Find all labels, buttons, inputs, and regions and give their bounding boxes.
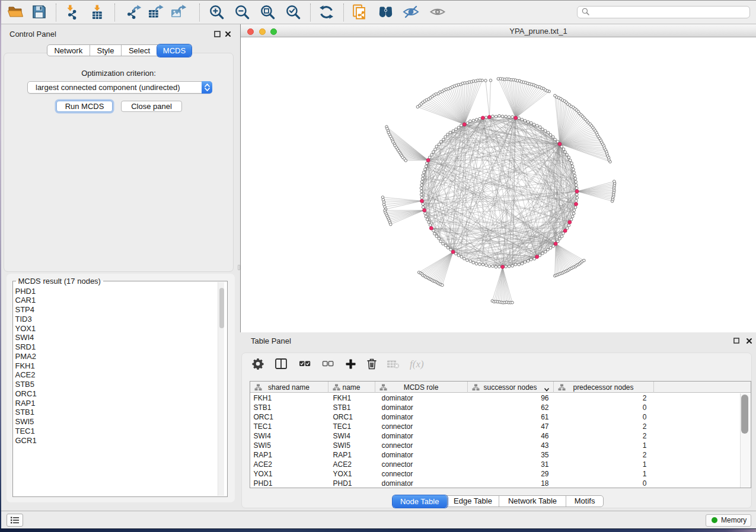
mcds-result-item[interactable]: YOX1 bbox=[15, 324, 37, 334]
export-image-button[interactable] bbox=[169, 4, 187, 22]
open-folder-button[interactable] bbox=[7, 4, 24, 22]
table-row-ORC1[interactable]: ORC1ORC1dominator610 bbox=[250, 412, 751, 422]
zoom-out-button[interactable] bbox=[233, 4, 251, 22]
binoculars-button[interactable] bbox=[377, 4, 394, 22]
window-close-light[interactable] bbox=[247, 28, 254, 35]
refresh-icon bbox=[318, 4, 334, 23]
memory-button[interactable]: Memory bbox=[706, 514, 751, 527]
table-row-PHD1[interactable]: PHD1PHD1dominator180 bbox=[250, 479, 751, 488]
mcds-result-item[interactable]: STP4 bbox=[15, 305, 37, 315]
mcds-result-item[interactable]: STB5 bbox=[15, 380, 37, 389]
task-history-button[interactable] bbox=[7, 514, 23, 527]
mcds-result-item[interactable]: FKH1 bbox=[15, 361, 37, 371]
mcds-result-item[interactable]: SWI5 bbox=[15, 417, 37, 427]
node-table-scrollbar-thumb[interactable] bbox=[741, 395, 748, 434]
cell-shared-name: YOX1 bbox=[254, 470, 273, 478]
tab-motifs[interactable]: Motifs bbox=[566, 496, 604, 507]
search-input[interactable] bbox=[592, 8, 749, 17]
delete-button[interactable] bbox=[364, 357, 379, 373]
hide-panels-button[interactable] bbox=[402, 4, 420, 22]
window-minimize-light[interactable] bbox=[259, 28, 266, 35]
tab-mcds[interactable]: MCDS bbox=[157, 44, 192, 57]
control-panel-float-button[interactable] bbox=[213, 30, 221, 37]
table-row-YOX1[interactable]: YOX1YOX1connector291 bbox=[250, 469, 751, 479]
svg-text:f(x): f(x) bbox=[410, 358, 424, 370]
column-header-shared-name[interactable]: shared name bbox=[250, 382, 328, 393]
memory-label: Memory bbox=[721, 516, 747, 524]
save-button[interactable] bbox=[30, 4, 48, 22]
column-header-predecessor-nodes[interactable]: predecessor nodes bbox=[554, 382, 654, 393]
mcds-result-item[interactable]: TEC1 bbox=[15, 427, 37, 436]
mcds-result-item[interactable]: CAR1 bbox=[15, 296, 37, 305]
cell-shared-name: STB1 bbox=[254, 403, 272, 412]
mcds-result-item[interactable]: ORC1 bbox=[15, 389, 37, 399]
network-window-titlebar[interactable]: YPA_prune.txt_1 bbox=[241, 24, 756, 37]
table-row-SWI5[interactable]: SWI5SWI5connector431 bbox=[250, 441, 751, 450]
mcds-result-item[interactable]: SRD1 bbox=[15, 342, 37, 352]
tab-style[interactable]: Style bbox=[90, 45, 122, 56]
select-all-icon bbox=[299, 360, 311, 370]
window-zoom-light[interactable] bbox=[270, 28, 277, 35]
gear-button[interactable] bbox=[250, 357, 266, 373]
export-network-button[interactable] bbox=[125, 4, 142, 22]
cell-name: RAP1 bbox=[333, 451, 352, 459]
export-table-button[interactable] bbox=[146, 4, 164, 22]
mcds-result-item[interactable]: RAP1 bbox=[15, 399, 37, 408]
mcds-result-box: MCDS result (17 nodes) PHD1CAR1STP4TID3Y… bbox=[12, 281, 228, 497]
import-table-button[interactable] bbox=[88, 4, 106, 22]
optimization-criterion-select[interactable]: largest connected component (undirected) bbox=[27, 81, 212, 94]
mcds-result-item[interactable]: ACE2 bbox=[15, 370, 37, 380]
import-network-button[interactable] bbox=[62, 4, 80, 22]
cell-successor-nodes: 96 bbox=[502, 394, 549, 402]
mcds-result-scrollbar-thumb[interactable] bbox=[219, 288, 224, 328]
float-icon bbox=[733, 338, 739, 344]
tab-network[interactable]: Network bbox=[47, 45, 90, 56]
search-box[interactable] bbox=[577, 6, 750, 18]
mcds-result-item[interactable]: GCR1 bbox=[15, 436, 37, 446]
column-header-name[interactable]: name bbox=[328, 382, 375, 393]
network-view-canvas[interactable] bbox=[241, 37, 756, 332]
deselect-all-button[interactable] bbox=[320, 357, 336, 373]
tab-select[interactable]: Select bbox=[122, 45, 157, 56]
mcds-result-item[interactable]: PHD1 bbox=[15, 287, 37, 296]
add-button[interactable] bbox=[343, 357, 358, 373]
show-eye-button[interactable] bbox=[429, 4, 446, 22]
mcds-result-list[interactable]: PHD1CAR1STP4TID3YOX1SWI4SRD1PMA2FKH1ACE2… bbox=[15, 287, 37, 446]
mcds-result-item[interactable]: STB1 bbox=[15, 408, 37, 417]
table-row-FKH1[interactable]: FKH1FKH1dominator962 bbox=[250, 393, 751, 403]
table-row-SWI4[interactable]: SWI4SWI4dominator462 bbox=[250, 431, 751, 441]
sort-desc-icon bbox=[544, 385, 550, 393]
table-row-STB1[interactable]: STB1STB1dominator620 bbox=[250, 403, 751, 412]
column-header-successor-nodes[interactable]: successor nodes bbox=[468, 382, 554, 393]
run-mcds-button[interactable]: Run MCDS bbox=[56, 101, 113, 112]
close-panel-button[interactable]: Close panel bbox=[121, 101, 182, 112]
table-panel-close-button[interactable] bbox=[745, 337, 752, 344]
zoom-fit-button[interactable] bbox=[259, 4, 276, 22]
mcds-result-item[interactable]: TID3 bbox=[15, 315, 37, 324]
desktop-wallpaper-bottom bbox=[0, 528, 756, 532]
select-all-button[interactable] bbox=[297, 357, 312, 373]
cell-shared-name: TEC1 bbox=[254, 422, 272, 431]
tab-edge-table[interactable]: Edge Table bbox=[447, 496, 499, 507]
columns-button[interactable] bbox=[273, 357, 289, 373]
column-header-MCDS-role[interactable]: MCDS role bbox=[375, 382, 468, 393]
table-row-ACE2[interactable]: ACE2ACE2connector311 bbox=[250, 460, 751, 469]
table-row-RAP1[interactable]: RAP1RAP1dominator352 bbox=[250, 450, 751, 460]
zoom-in-button[interactable] bbox=[208, 4, 225, 22]
mcds-result-scrollbar[interactable] bbox=[218, 282, 224, 496]
column-label: shared name bbox=[268, 383, 310, 392]
cell-name: SWI4 bbox=[333, 432, 350, 440]
control-panel-close-button[interactable] bbox=[224, 30, 231, 37]
table-panel-float-button[interactable] bbox=[733, 337, 740, 344]
refresh-button[interactable] bbox=[317, 4, 335, 22]
zoom-selected-button[interactable] bbox=[284, 4, 302, 22]
table-row-TEC1[interactable]: TEC1TEC1connector472 bbox=[250, 422, 751, 431]
node-table-scrollbar[interactable] bbox=[740, 393, 750, 488]
mcds-result-item[interactable]: SWI4 bbox=[15, 333, 37, 342]
tab-network-table[interactable]: Network Table bbox=[499, 496, 566, 507]
mcds-result-panel: MCDS result (17 nodes) PHD1CAR1STP4TID3Y… bbox=[7, 274, 235, 502]
new-network-from-selection-button[interactable] bbox=[350, 4, 368, 22]
tab-node-table[interactable]: Node Table bbox=[393, 495, 448, 508]
cell-mcds-role: connector bbox=[382, 422, 413, 431]
mcds-result-item[interactable]: PMA2 bbox=[15, 352, 37, 361]
